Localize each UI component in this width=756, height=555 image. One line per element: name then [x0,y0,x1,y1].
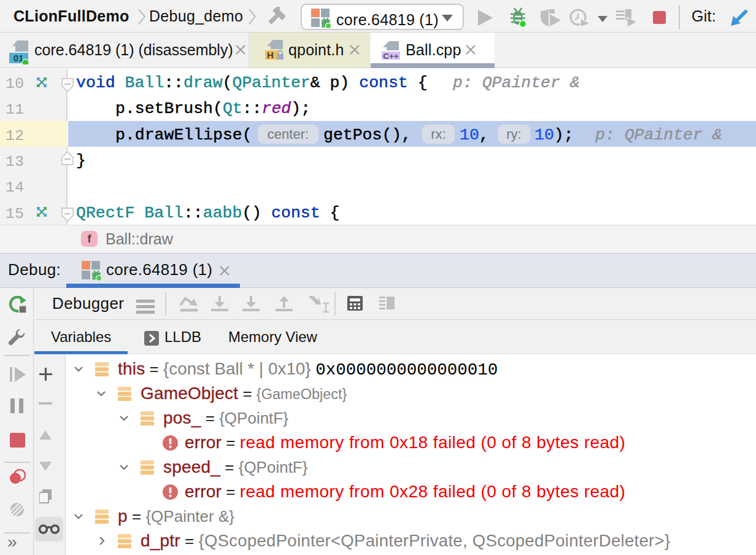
svg-text:H: H [267,50,274,60]
svg-text:C++: C++ [383,52,399,60]
